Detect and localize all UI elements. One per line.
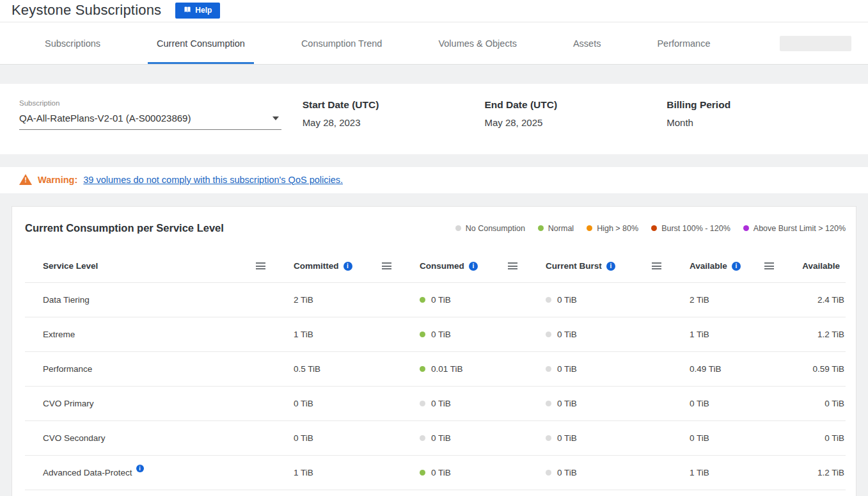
- cell-consumed: 0 TiB: [420, 399, 546, 408]
- cell-available: 2 TiB: [690, 295, 802, 305]
- col-label: Available: [802, 261, 840, 271]
- column-menu-icon[interactable]: [652, 262, 661, 269]
- cell-committed: 0 TiB: [294, 433, 420, 443]
- consumed-status-dot: [420, 366, 425, 372]
- subscription-select[interactable]: Subscription QA-All-RatePlans-V2-01 (A-S…: [19, 99, 281, 130]
- start-date-value: May 28, 2023: [303, 117, 485, 128]
- warning-link[interactable]: 39 volumes do not comply with this subsc…: [83, 175, 343, 185]
- table-row: Extreme 1 TiB 0 TiB 0 TiB 1 TiB 1.2 TiB: [25, 317, 846, 351]
- cell-service-level: Advanced Data-Protect: [43, 468, 294, 477]
- tab-volumes-objects[interactable]: Volumes & Objects: [429, 22, 526, 64]
- consumed-value: 0.01 TiB: [431, 364, 463, 374]
- col-label: Committed: [294, 261, 339, 271]
- billing-period-value: Month: [667, 117, 849, 128]
- col-label: Service Level: [43, 261, 98, 271]
- tab-subscriptions[interactable]: Subscriptions: [36, 22, 109, 64]
- cell-available-alt: 2.4 TiB: [802, 295, 846, 305]
- column-menu-icon[interactable]: [764, 262, 774, 269]
- consumed-value: 0 TiB: [431, 468, 451, 477]
- table-header: Service Level Committed Consumed Current…: [25, 261, 846, 282]
- legend-label: Above Burst Limit > 120%: [754, 224, 846, 233]
- cell-service-level: CVO Secondary: [43, 433, 294, 443]
- page-title: Keystone Subscriptions: [12, 2, 161, 19]
- cell-available: 1 TiB: [690, 330, 802, 339]
- cell-service-level: Performance: [43, 364, 294, 374]
- burst-value: 0 TiB: [557, 330, 577, 339]
- table-row: CVO Secondary 0 TiB 0 TiB 0 TiB 0 TiB 0 …: [25, 420, 846, 455]
- card-title: Current Consumption per Service Level: [25, 222, 224, 234]
- consumed-status-dot: [420, 470, 425, 476]
- info-icon[interactable]: [732, 262, 741, 271]
- column-menu-icon[interactable]: [508, 262, 517, 269]
- burst-status-dot: [546, 435, 551, 441]
- col-header-available: Available: [690, 261, 802, 271]
- table-row: Advanced Data-Protect 1 TiB 0 TiB 0 TiB …: [25, 455, 846, 490]
- burst-value: 0 TiB: [557, 295, 577, 305]
- tab-consumption-trend[interactable]: Consumption Trend: [292, 22, 391, 64]
- cell-service-level: Data Tiering: [43, 295, 294, 305]
- cell-available: 1 TiB: [690, 468, 802, 477]
- service-level-label: Extreme: [43, 330, 75, 339]
- cell-current-burst: 0 TiB: [546, 295, 690, 305]
- column-menu-icon[interactable]: [256, 262, 265, 269]
- col-label: Consumed: [420, 261, 464, 271]
- cell-consumed: 0 TiB: [420, 468, 546, 477]
- legend-label: No Consumption: [466, 224, 525, 233]
- burst-value: 0 TiB: [557, 468, 577, 477]
- column-menu-icon[interactable]: [382, 262, 391, 269]
- consumed-status-dot: [420, 435, 425, 441]
- cell-consumed: 0 TiB: [420, 433, 546, 443]
- consumption-card: Current Consumption per Service Level No…: [12, 206, 856, 496]
- billing-period-field: Billing Period Month: [667, 99, 849, 128]
- info-icon[interactable]: [343, 262, 352, 271]
- consumption-legend: No Consumption Normal High > 80% Burst 1…: [455, 224, 846, 233]
- info-icon[interactable]: [136, 465, 144, 472]
- cell-committed: 2 TiB: [294, 295, 420, 305]
- cell-service-level: CVO Primary: [43, 399, 294, 408]
- col-label: Available: [690, 261, 727, 271]
- burst-status-dot: [546, 366, 551, 372]
- app-header: Keystone Subscriptions Help: [0, 0, 868, 22]
- legend-dot-icon: [455, 225, 461, 231]
- col-header-consumed: Consumed: [420, 261, 546, 271]
- cell-consumed: 0 TiB: [420, 295, 546, 305]
- tab-current-consumption[interactable]: Current Consumption: [148, 22, 254, 64]
- start-date-field: Start Date (UTC) May 28, 2023: [303, 99, 485, 128]
- legend-dot-icon: [651, 225, 657, 231]
- cell-available: 0 TiB: [690, 399, 802, 408]
- tab-performance[interactable]: Performance: [648, 22, 719, 64]
- warning-icon: [19, 174, 32, 185]
- tab-assets[interactable]: Assets: [564, 22, 610, 64]
- filters-bar: Subscription QA-All-RatePlans-V2-01 (A-S…: [0, 84, 868, 154]
- service-level-label: Performance: [43, 364, 92, 374]
- cell-current-burst: 0 TiB: [546, 399, 690, 408]
- service-level-label: Advanced Data-Protect: [43, 468, 132, 477]
- col-label: Current Burst: [546, 261, 602, 271]
- consumption-table: Service Level Committed Consumed Current…: [25, 261, 846, 490]
- toolbar-placeholder: [780, 36, 851, 51]
- cell-service-level: Extreme: [43, 330, 294, 339]
- info-icon[interactable]: [606, 262, 615, 271]
- legend-label: High > 80%: [597, 224, 638, 233]
- col-header-service-level: Service Level: [43, 261, 294, 271]
- legend-item-normal: Normal: [538, 224, 574, 233]
- legend-item-no-consumption: No Consumption: [455, 224, 525, 233]
- tab-bar: Subscriptions Current Consumption Consum…: [0, 22, 868, 65]
- consumed-value: 0 TiB: [431, 399, 451, 408]
- burst-value: 0 TiB: [557, 364, 577, 374]
- cell-committed: 1 TiB: [294, 468, 420, 477]
- end-date-value: May 28, 2025: [484, 117, 667, 128]
- cell-committed: 0 TiB: [294, 399, 420, 408]
- cell-current-burst: 0 TiB: [546, 468, 690, 477]
- cell-available-alt: 1.2 TiB: [802, 330, 846, 339]
- table-row: Data Tiering 2 TiB 0 TiB 0 TiB 2 TiB 2.4…: [25, 282, 846, 317]
- cell-consumed: 0 TiB: [420, 330, 546, 339]
- burst-value: 0 TiB: [557, 433, 577, 443]
- info-icon[interactable]: [469, 262, 478, 271]
- book-icon: [184, 6, 191, 15]
- col-header-available-alt: Available: [802, 261, 846, 271]
- consumed-status-dot: [420, 401, 425, 406]
- chevron-down-icon: [272, 116, 279, 120]
- help-button[interactable]: Help: [175, 3, 220, 19]
- consumed-status-dot: [420, 297, 425, 303]
